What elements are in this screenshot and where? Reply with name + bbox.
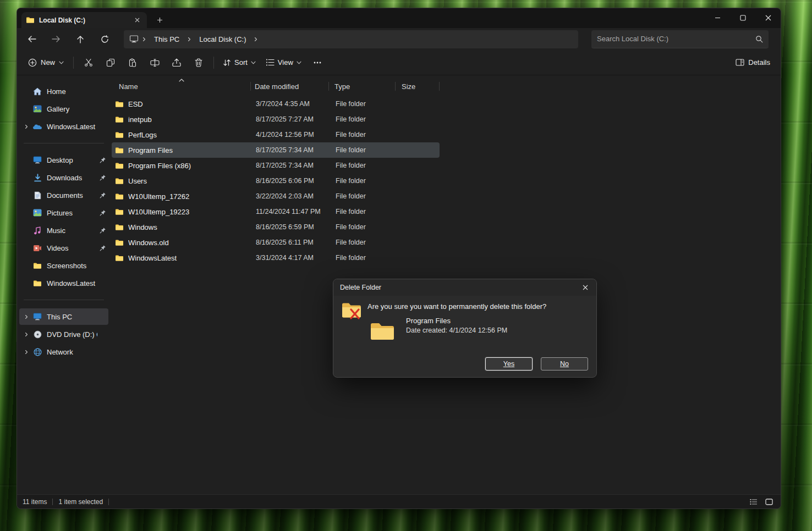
file-date-modified: 3/31/2024 4:17 AM bbox=[254, 254, 333, 262]
minimize-icon[interactable] bbox=[705, 8, 730, 27]
sidebar-item-label: Home bbox=[47, 87, 97, 96]
close-icon[interactable] bbox=[755, 8, 781, 27]
dialog-message: Are you sure you want to permanently del… bbox=[367, 302, 546, 311]
more-options-icon[interactable] bbox=[306, 54, 328, 71]
new-button[interactable]: New bbox=[23, 54, 69, 71]
sort-button[interactable]: Sort bbox=[218, 54, 261, 71]
sidebar-item-documents[interactable]: Documents bbox=[19, 187, 108, 203]
sidebar-item-pictures[interactable]: Pictures bbox=[19, 204, 108, 221]
cut-icon[interactable] bbox=[78, 54, 100, 71]
file-row[interactable]: WindowsLatest 3/31/2024 4:17 AM File fol… bbox=[112, 250, 440, 266]
breadcrumb-chevron-icon[interactable] bbox=[186, 37, 193, 42]
maximize-icon[interactable] bbox=[730, 8, 755, 27]
search-icon[interactable] bbox=[755, 35, 763, 43]
file-name: Windows.old bbox=[128, 239, 254, 247]
file-row[interactable]: Program Files 8/17/2025 7:34 AM File fol… bbox=[112, 142, 440, 158]
file-row[interactable]: ESD 3/7/2024 4:35 AM File folder bbox=[112, 96, 440, 112]
copy-icon[interactable] bbox=[100, 54, 122, 71]
breadcrumb-local-disk[interactable]: Local Disk (C:) bbox=[195, 32, 250, 46]
share-icon[interactable] bbox=[166, 54, 188, 71]
sidebar-item-home[interactable]: Home bbox=[19, 83, 108, 99]
forward-icon[interactable] bbox=[46, 30, 67, 48]
file-date-modified: 8/16/2025 6:59 PM bbox=[254, 223, 333, 231]
breadcrumb-this-pc[interactable]: This PC bbox=[150, 32, 184, 46]
file-type: File folder bbox=[333, 131, 394, 139]
sidebar-item-screenshots[interactable]: Screenshots bbox=[19, 257, 108, 274]
address-bar[interactable]: This PC Local Disk (C:) bbox=[124, 30, 578, 48]
back-icon[interactable] bbox=[21, 30, 42, 48]
details-button[interactable]: Details bbox=[731, 54, 775, 71]
details-view-icon[interactable] bbox=[748, 496, 760, 507]
sidebar-item-label: Screenshots bbox=[47, 262, 97, 270]
file-type: File folder bbox=[333, 162, 394, 169]
sidebar-item-gallery[interactable]: Gallery bbox=[19, 101, 108, 117]
sidebar-item-dvd-drive[interactable]: DVD Drive (D:) CCC bbox=[19, 326, 108, 342]
file-row[interactable]: Windows 8/16/2025 6:59 PM File folder bbox=[112, 219, 440, 235]
file-name: W10Ultemp_19223 bbox=[128, 208, 254, 216]
rename-icon[interactable] bbox=[144, 54, 166, 71]
sidebar-item-label: Pictures bbox=[47, 209, 97, 217]
column-header-name[interactable]: Name bbox=[111, 79, 251, 94]
file-date-modified: 8/16/2025 6:11 PM bbox=[254, 239, 333, 246]
yes-button[interactable]: Yes bbox=[485, 357, 533, 370]
tab-title: Local Disk (C:) bbox=[39, 16, 127, 24]
breadcrumb-chevron-icon[interactable] bbox=[253, 37, 259, 42]
chevron-right-icon[interactable] bbox=[21, 314, 31, 319]
sidebar-item-label: Music bbox=[47, 226, 97, 235]
column-header-type[interactable]: Type bbox=[329, 79, 396, 94]
chevron-right-icon[interactable] bbox=[21, 350, 31, 355]
pin-icon bbox=[97, 245, 108, 251]
file-row[interactable]: Users 8/16/2025 6:06 PM File folder bbox=[112, 173, 440, 189]
sidebar-item-desktop[interactable]: Desktop bbox=[19, 152, 108, 168]
folder-icon bbox=[370, 321, 395, 344]
explorer-tab-icon bbox=[26, 16, 35, 24]
file-date-modified: 3/22/2024 2:03 AM bbox=[254, 192, 333, 200]
delete-icon[interactable] bbox=[188, 54, 210, 71]
refresh-icon[interactable] bbox=[94, 30, 115, 48]
dialog-date-created: Date created: 4/1/2024 12:56 PM bbox=[406, 327, 507, 334]
breadcrumb-chevron-icon[interactable] bbox=[141, 37, 147, 42]
item-count: 11 items bbox=[23, 498, 47, 506]
paste-icon[interactable] bbox=[122, 54, 144, 71]
large-icons-view-icon[interactable] bbox=[763, 496, 775, 507]
sidebar-item-this-pc[interactable]: This PC bbox=[19, 308, 108, 325]
no-button[interactable]: No bbox=[541, 357, 588, 370]
explorer-tab[interactable]: Local Disk (C:) bbox=[21, 12, 147, 28]
sidebar-item-onedrive[interactable]: WindowsLatest - Pe bbox=[19, 118, 108, 135]
delete-folder-warning-icon bbox=[341, 301, 362, 322]
new-button-label: New bbox=[41, 58, 55, 67]
search-box[interactable] bbox=[591, 30, 769, 48]
up-icon[interactable] bbox=[70, 30, 91, 48]
file-row[interactable]: W10Ultemp_19223 11/24/2024 11:47 PM File… bbox=[112, 204, 440, 219]
file-list: ESD 3/7/2024 4:35 AM File folder inetpub… bbox=[111, 96, 773, 266]
sidebar-item-windowslatest[interactable]: WindowsLatest bbox=[19, 275, 108, 291]
search-input[interactable] bbox=[597, 35, 755, 43]
chevron-right-icon[interactable] bbox=[21, 124, 31, 129]
sidebar-item-network[interactable]: Network bbox=[19, 344, 108, 360]
file-name: Program Files (x86) bbox=[128, 162, 254, 170]
tab-close-icon[interactable] bbox=[131, 15, 142, 26]
column-header-size[interactable]: Size bbox=[396, 79, 440, 94]
file-row[interactable]: W10Ultemp_17262 3/22/2024 2:03 AM File f… bbox=[112, 189, 440, 204]
sidebar-item-label: Network bbox=[47, 348, 97, 356]
file-explorer-window: Local Disk (C:) bbox=[17, 8, 781, 509]
file-row[interactable]: inetpub 8/17/2025 7:27 AM File folder bbox=[112, 112, 440, 127]
pin-icon bbox=[97, 157, 108, 163]
view-button[interactable]: View bbox=[261, 54, 306, 71]
file-row[interactable]: Program Files (x86) 8/17/2025 7:34 AM Fi… bbox=[112, 158, 440, 173]
column-header-date-modified[interactable]: Date modified bbox=[251, 79, 329, 94]
dialog-close-icon[interactable] bbox=[579, 282, 592, 293]
chevron-right-icon[interactable] bbox=[21, 332, 31, 337]
file-row[interactable]: Windows.old 8/16/2025 6:11 PM File folde… bbox=[112, 235, 440, 250]
sidebar-item-label: Gallery bbox=[47, 105, 97, 113]
file-row[interactable]: PerfLogs 4/1/2024 12:56 PM File folder bbox=[112, 127, 440, 142]
file-name: PerfLogs bbox=[128, 131, 254, 139]
pin-icon bbox=[97, 174, 108, 181]
sidebar-item-music[interactable]: Music bbox=[19, 222, 108, 239]
sidebar-item-label: Documents bbox=[47, 191, 97, 200]
folder-icon bbox=[115, 162, 124, 169]
new-tab-icon[interactable] bbox=[152, 13, 167, 27]
sidebar-item-videos[interactable]: Videos bbox=[19, 240, 108, 256]
file-type: File folder bbox=[333, 177, 394, 185]
sidebar-item-downloads[interactable]: Downloads bbox=[19, 169, 108, 186]
